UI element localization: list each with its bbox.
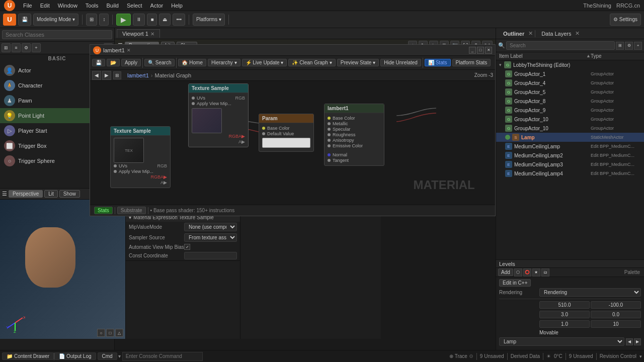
vp-mini-icon3[interactable]: △ [115, 329, 123, 337]
mat-browse-btn[interactable]: 📂 [107, 59, 120, 66]
mat-search-btn[interactable]: 🔍 Search [144, 59, 175, 66]
levels-icon2[interactable]: ⭕ [523, 268, 531, 277]
menu-actor[interactable]: Actor [146, 2, 168, 10]
mat-apply-btn[interactable]: Apply [121, 59, 141, 66]
menu-edit[interactable]: Edit [36, 2, 54, 10]
vp-mini-icon1[interactable]: ○ [97, 329, 105, 337]
viewport-close[interactable]: ✕ [150, 31, 154, 37]
outliner-item-6[interactable]: G GroupActor_10 GroupActor [496, 124, 644, 133]
win-close[interactable]: ✕ [485, 47, 492, 54]
rot-x[interactable]: 3.0 [539, 311, 590, 318]
transform-btn[interactable]: ↕ [99, 14, 109, 26]
snap-btn[interactable]: ⊞ [86, 14, 97, 26]
vp-mini-icon2[interactable]: □ [106, 329, 114, 337]
nav-grid[interactable]: ⊞ [113, 71, 121, 79]
win-max[interactable]: □ [477, 47, 484, 54]
outliner-tab[interactable]: Outliner [499, 30, 528, 38]
mat-live-update-btn[interactable]: ⚡ Live Update ▾ [242, 59, 287, 66]
play-btn[interactable]: ▶ [116, 14, 131, 26]
mat-hide-unrelated-btn[interactable]: Hide Unrelated [380, 59, 421, 66]
outliner-item-9[interactable]: E MediumCeilingLamp2 Edit BPP_MediumC... [496, 151, 644, 160]
stats-tab-btn[interactable]: Stats [94, 207, 113, 214]
viewport-tab-1[interactable]: Viewport 1 ✕ [117, 29, 160, 38]
rendering-select[interactable]: Rendering [539, 288, 641, 297]
output-log-btn[interactable]: 📄 Output Log [54, 352, 96, 360]
edit-cpp-btn[interactable]: Edit in C++ [499, 279, 531, 287]
levels-icon3[interactable]: ★ [532, 268, 540, 277]
outliner-item-5[interactable]: G GroupActor_10 GroupActor [496, 115, 644, 124]
outliner-item-1[interactable]: G GroupActor_4 GroupActor [496, 78, 644, 87]
lamp-next-btn[interactable]: ▶ [634, 338, 641, 345]
outliner-root[interactable]: ▾ G LobbyTheShining (Editor) [496, 60, 644, 69]
eject-btn[interactable]: ⏏ [159, 14, 171, 26]
outliner-search-input[interactable] [506, 41, 615, 50]
mat-home-btn[interactable]: 🏠 Home [178, 59, 206, 66]
menu-build[interactable]: Build [103, 2, 123, 10]
menu-file[interactable]: File [19, 2, 36, 10]
white-swatch[interactable] [262, 138, 310, 148]
more-btn[interactable]: ••• [173, 14, 185, 26]
outliner-item-3[interactable]: G GroupActor_8 GroupActor [496, 97, 644, 106]
nav-back[interactable]: ◀ [92, 71, 101, 80]
const-coord-input[interactable]: 0 [184, 252, 237, 259]
mat-platform-stats-btn[interactable]: Platform Stats [452, 59, 491, 66]
mat-clean-graph-btn[interactable]: ✨ Clean Graph ▾ [288, 59, 335, 66]
vp-mini-perspective[interactable]: Perspective [9, 190, 43, 198]
outliner-lamp[interactable]: S Lamp StaticMeshActor [496, 133, 644, 142]
material-canvas[interactable]: Texture Sample TEX UVsRGB Apply View Mip… [90, 81, 495, 205]
sampler-value[interactable]: From texture asset [184, 233, 237, 242]
class-search-input[interactable] [2, 30, 112, 39]
levels-icon1[interactable]: ⬡ [514, 268, 522, 277]
expand-root[interactable]: ▾ [499, 62, 504, 67]
mat-hierarchy-btn[interactable]: Hierarchy ▾ [208, 59, 240, 66]
mat-stats-btn[interactable]: 📊 Stats [425, 59, 451, 66]
view-btn[interactable]: ≡ [12, 43, 21, 52]
outliner-settings-btn[interactable]: ⚙ [625, 42, 633, 50]
logo-btn[interactable]: U [3, 14, 16, 26]
mip-value[interactable]: None (use computed mip leve... [184, 223, 237, 231]
cmd-input[interactable] [122, 352, 203, 361]
mode-select[interactable]: Modeling Mode ▾ [33, 14, 78, 26]
levels-icon4[interactable]: 🗂 [541, 268, 549, 277]
sampler-select[interactable]: From texture asset [184, 233, 237, 242]
lamp-prev-btn[interactable]: ◀ [626, 338, 633, 345]
pos-x[interactable]: 510.0 [539, 301, 590, 309]
vp-mini-show[interactable]: Show [59, 190, 80, 198]
pause-btn[interactable]: ⏸ [133, 14, 145, 26]
outliner-close-icon[interactable]: ✕ [528, 30, 533, 37]
outliner-item-0[interactable]: G GroupActor_1 GroupActor [496, 69, 644, 78]
mat-preview-state-btn[interactable]: Preview State ▾ [337, 59, 379, 66]
outliner-item-11[interactable]: E MediumCeilingLamp4 Edit BPP_MediumC... [496, 169, 644, 178]
filter-btn[interactable]: ⊞ [2, 43, 11, 52]
const-coord-value[interactable]: 0 [184, 252, 237, 259]
menu-select[interactable]: Select [123, 2, 146, 10]
param-node[interactable]: Param Base Color Default Value [259, 114, 314, 152]
pos-y[interactable]: -100.0 [591, 301, 641, 309]
cmd-btn[interactable]: Cmd [98, 352, 117, 360]
outliner-filter-btn[interactable]: + [634, 42, 642, 50]
menu-help[interactable]: Help [167, 2, 187, 10]
texture-node-right[interactable]: Texture Sample UVsRGB Apply View Mip... … [188, 83, 249, 147]
scale-y[interactable]: 10 [591, 320, 641, 328]
lamp-visibility-dot[interactable] [505, 135, 510, 140]
texture-node-left[interactable]: Texture Sample TEX UVsRGB Apply View Mip… [110, 126, 171, 188]
vp-mini-hamburger[interactable]: ☰ [2, 191, 7, 197]
scale-x[interactable]: 1.0 [539, 320, 590, 328]
rot-y[interactable]: 0.0 [591, 311, 641, 318]
auto-mip-checkbox[interactable]: ✓ [184, 244, 190, 250]
menu-window[interactable]: Window [54, 2, 82, 10]
outliner-item-10[interactable]: E MediumCeilingLamp3 Edit BPP_MediumC... [496, 160, 644, 169]
menu-tools[interactable]: Tools [82, 2, 103, 10]
mat-save-btn[interactable]: 💾 [92, 59, 105, 66]
data-layers-close[interactable]: ✕ [575, 30, 580, 37]
vp-mini-lit[interactable]: Lit [44, 190, 58, 198]
stop-btn[interactable]: ■ [147, 14, 157, 26]
save-btn[interactable]: 💾 [18, 14, 31, 26]
outliner-item-8[interactable]: E MediumCeilingLamp Edit BPP_MediumC... [496, 142, 644, 151]
substrate-tab-btn[interactable]: Substrate [117, 207, 146, 214]
data-layers-tab[interactable]: Data Layers [537, 30, 575, 38]
mip-select[interactable]: None (use computed mip leve... [184, 223, 237, 231]
win-min[interactable]: _ [469, 47, 476, 54]
levels-add-btn[interactable]: Add [498, 268, 513, 276]
lamp-select[interactable]: Lamp [499, 337, 624, 346]
